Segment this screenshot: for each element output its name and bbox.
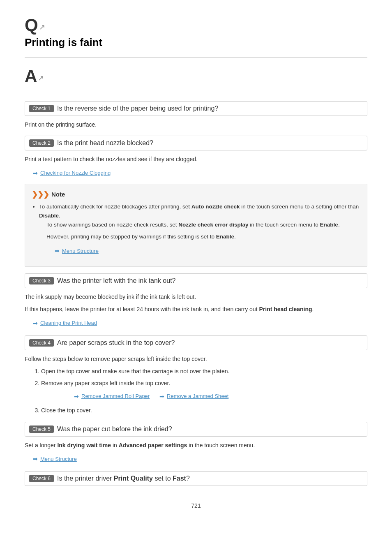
check-5-body: Set a longer Ink drying wait time in Adv… <box>25 441 367 450</box>
check-3-question: Was the printer left with the ink tank o… <box>57 277 175 284</box>
check-3-body-2: If this happens, leave the printer for a… <box>25 305 367 314</box>
a-arrow-icon: ↗ <box>38 74 44 83</box>
check-6-section: Check 6 Is the printer driver Print Qual… <box>25 471 367 486</box>
check-3-link-1-text[interactable]: Cleaning the Print Head <box>40 320 97 326</box>
step-2-link-1[interactable]: ➡ Remove Jammed Roll Paper <box>74 392 150 401</box>
check-3-link-1[interactable]: ➡ Cleaning the Print Head <box>33 320 97 326</box>
step-1: Open the top cover and make sure that th… <box>41 367 367 376</box>
step-2-link-1-text[interactable]: Remove Jammed Roll Paper <box>81 392 150 401</box>
check-2-section: Check 2 Is the print head nozzle blocked… <box>25 136 367 267</box>
step-3: Close the top cover. <box>41 406 367 415</box>
check-3-heading: Check 3 Was the printer left with the in… <box>25 273 367 288</box>
a-icon: A ↗ <box>25 67 44 85</box>
arrow-icon-check5: ➡ <box>33 456 38 462</box>
check-5-badge: Check 5 <box>29 426 54 433</box>
check-2-body: Print a test pattern to check the nozzle… <box>25 155 367 164</box>
arrow-icon-step2a: ➡ <box>74 392 79 401</box>
check-5-heading: Check 5 Was the paper cut before the ink… <box>25 422 367 437</box>
arrow-icon-check3: ➡ <box>33 320 38 326</box>
check-3-section: Check 3 Was the printer left with the in… <box>25 273 367 329</box>
check-1-question: Is the reverse side of the paper being u… <box>57 105 218 112</box>
check-1-body: Print on the printing surface. <box>25 120 367 129</box>
check-4-heading: Check 4 Are paper scraps stuck in the to… <box>25 335 367 350</box>
check-2-badge: Check 2 <box>29 139 54 147</box>
check-4-badge: Check 4 <box>29 339 54 347</box>
check-5-question: Was the paper cut before the ink dried? <box>57 426 172 433</box>
page-title: Printing is faint <box>25 36 367 49</box>
check-2-link-1-text[interactable]: Checking for Nozzle Clogging <box>40 170 111 176</box>
check-3-body-1: The ink supply may become blocked by ink… <box>25 292 367 301</box>
note-header: ❯❯❯ Note <box>32 190 360 199</box>
note-link-1[interactable]: ➡ Menu Structure <box>55 246 99 256</box>
note-link-1-text[interactable]: Menu Structure <box>62 247 99 255</box>
check-2-heading: Check 2 Is the print head nozzle blocked… <box>25 136 367 150</box>
check-4-section: Check 4 Are paper scraps stuck in the to… <box>25 335 367 415</box>
arrow-icon-note: ➡ <box>55 246 60 256</box>
check-1-badge: Check 1 <box>29 105 54 112</box>
check-5-link-1[interactable]: ➡ Menu Structure <box>33 456 77 462</box>
step-2-link-2[interactable]: ➡ Remove a Jammed Sheet <box>159 392 228 401</box>
step-2-links: ➡ Remove Jammed Roll Paper ➡ Remove a Ja… <box>66 389 367 403</box>
check-2-link-1[interactable]: ➡ Checking for Nozzle Clogging <box>33 170 111 176</box>
q-icon: Q ↗ <box>25 16 45 34</box>
note-item-1-detail: To show warnings based on nozzle check r… <box>46 220 360 258</box>
check-1-section: Check 1 Is the reverse side of the paper… <box>25 101 367 129</box>
header-divider <box>25 57 367 58</box>
arrow-icon: ➡ <box>33 170 38 176</box>
check-2-note: ❯❯❯ Note To automatically check for nozz… <box>25 184 367 267</box>
arrow-icon-step2b: ➡ <box>159 392 164 401</box>
note-content: To automatically check for nozzle blocka… <box>32 202 360 258</box>
check-4-steps: Open the top cover and make sure that th… <box>25 367 367 415</box>
check-4-question: Are paper scraps stuck in the top cover? <box>57 339 175 347</box>
check-4-body: Follow the steps below to remove paper s… <box>25 354 367 363</box>
check-1-heading: Check 1 Is the reverse side of the paper… <box>25 101 367 116</box>
note-item-1: To automatically check for nozzle blocka… <box>39 202 360 258</box>
step-2-link-2-text[interactable]: Remove a Jammed Sheet <box>167 392 228 401</box>
page-header: Q ↗ Printing is faint <box>25 16 367 49</box>
check-6-badge: Check 6 <box>29 475 54 482</box>
a-letter: A <box>25 67 37 85</box>
note-title: Note <box>51 191 65 198</box>
check-2-question: Is the print head nozzle blocked? <box>57 139 153 147</box>
q-letter: Q <box>25 16 38 34</box>
check-5-link-1-text[interactable]: Menu Structure <box>40 456 77 462</box>
q-arrow-icon: ↗ <box>39 23 45 32</box>
check-6-question: Is the printer driver Print Quality set … <box>57 475 190 482</box>
page-number: 721 <box>25 502 367 509</box>
step-2: Remove any paper scraps left inside the … <box>41 379 367 404</box>
check-5-section: Check 5 Was the paper cut before the ink… <box>25 422 367 465</box>
check-3-badge: Check 3 <box>29 277 54 284</box>
note-icon: ❯❯❯ <box>32 190 49 199</box>
check-6-heading: Check 6 Is the printer driver Print Qual… <box>25 471 367 486</box>
